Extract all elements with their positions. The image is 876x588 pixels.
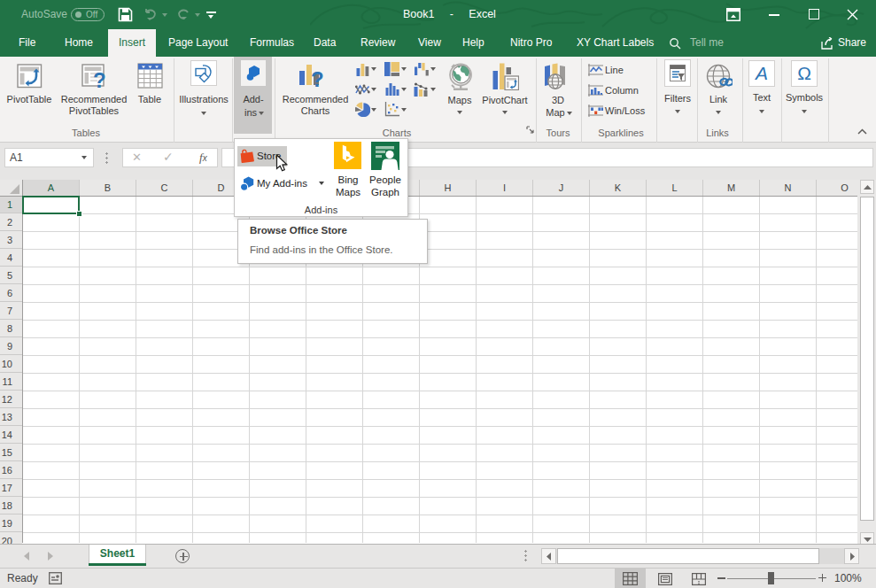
svg-text:?: ? xyxy=(93,68,106,92)
svg-text:?: ? xyxy=(311,67,324,90)
